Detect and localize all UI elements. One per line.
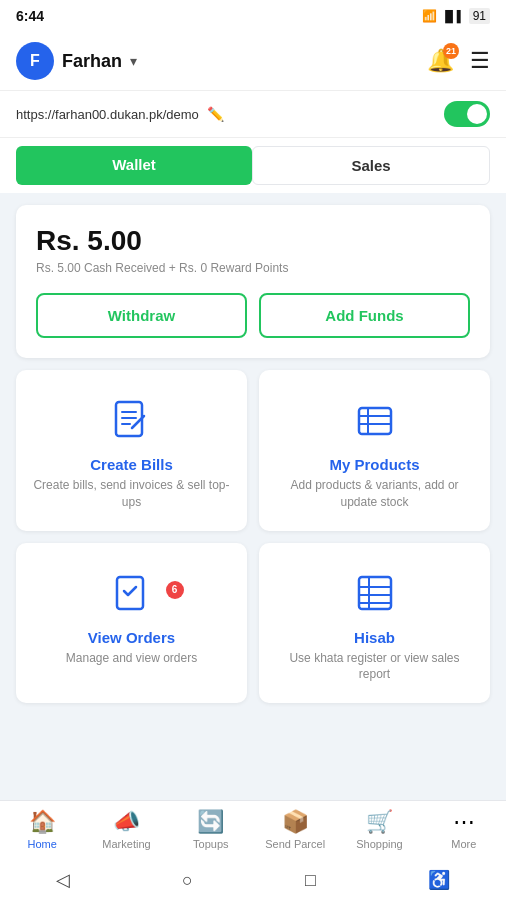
wallet-card: Rs. 5.00 Rs. 5.00 Cash Received + Rs. 0 … <box>16 205 490 358</box>
status-icons: 📶 ▐▌▌ 91 <box>422 8 490 24</box>
url-toggle[interactable] <box>444 101 490 127</box>
my-products-title: My Products <box>329 456 419 473</box>
bottom-nav: 🏠 Home 📣 Marketing 🔄 Topups 📦 Send Parce… <box>0 800 506 860</box>
bell-wrapper[interactable]: 🔔 21 <box>427 48 454 74</box>
nav-item-topups[interactable]: 🔄 Topups <box>181 809 241 850</box>
nav-item-home[interactable]: 🏠 Home <box>12 809 72 850</box>
status-bar: 6:44 📶 ▐▌▌ 91 <box>0 0 506 32</box>
status-time: 6:44 <box>16 8 44 24</box>
svg-rect-4 <box>359 408 391 434</box>
my-products-desc: Add products & variants, add or update s… <box>275 477 474 511</box>
more-icon: ⋯ <box>453 809 475 835</box>
tabs-container: Wallet Sales <box>0 138 506 193</box>
nav-label-shopping: Shopping <box>356 838 403 850</box>
view-orders-desc: Manage and view orders <box>66 650 197 667</box>
nav-item-marketing[interactable]: 📣 Marketing <box>96 809 156 850</box>
recent-button[interactable]: □ <box>305 870 316 891</box>
grid-item-view-orders[interactable]: 6 View Orders Manage and view orders <box>16 543 247 704</box>
chevron-down-icon[interactable]: ▾ <box>130 53 137 69</box>
add-funds-button[interactable]: Add Funds <box>259 293 470 338</box>
svg-rect-9 <box>359 577 391 609</box>
wallet-sub: Rs. 5.00 Cash Received + Rs. 0 Reward Po… <box>36 261 470 275</box>
home-icon: 🏠 <box>29 809 56 835</box>
grid-item-hisab[interactable]: Hisab Use khata register or view sales r… <box>259 543 490 704</box>
url-left: https://farhan00.dukan.pk/demo ✏️ <box>16 106 224 122</box>
create-bills-title: Create Bills <box>90 456 173 473</box>
nav-item-more[interactable]: ⋯ More <box>434 809 494 850</box>
nav-label-send-parcel: Send Parcel <box>265 838 325 850</box>
hisab-title: Hisab <box>354 629 395 646</box>
topups-icon: 🔄 <box>197 809 224 835</box>
accessibility-button[interactable]: ♿ <box>428 869 450 891</box>
notification-badge: 21 <box>443 43 459 59</box>
header-right: 🔔 21 ☰ <box>427 48 490 74</box>
hisab-icon <box>349 567 401 619</box>
url-bar: https://farhan00.dukan.pk/demo ✏️ <box>0 91 506 138</box>
nav-label-more: More <box>451 838 476 850</box>
grid-item-create-bills[interactable]: Create Bills Create bills, send invoices… <box>16 370 247 531</box>
header-left: F Farhan ▾ <box>16 42 137 80</box>
nav-label-home: Home <box>27 838 56 850</box>
tab-wallet[interactable]: Wallet <box>16 146 252 185</box>
battery-icon: 91 <box>469 8 490 24</box>
create-bills-icon <box>106 394 158 446</box>
user-name: Farhan <box>62 51 122 72</box>
url-text: https://farhan00.dukan.pk/demo <box>16 107 199 122</box>
create-bills-desc: Create bills, send invoices & sell top-u… <box>32 477 231 511</box>
avatar: F <box>16 42 54 80</box>
header: F Farhan ▾ 🔔 21 ☰ <box>0 32 506 91</box>
features-grid: Create Bills Create bills, send invoices… <box>16 370 490 703</box>
tab-sales[interactable]: Sales <box>252 146 490 185</box>
menu-icon[interactable]: ☰ <box>470 48 490 74</box>
nav-item-shopping[interactable]: 🛒 Shopping <box>349 809 409 850</box>
edit-icon[interactable]: ✏️ <box>207 106 224 122</box>
shopping-icon: 🛒 <box>366 809 393 835</box>
signal-icon-1: ▐▌▌ <box>441 10 464 22</box>
nav-label-topups: Topups <box>193 838 228 850</box>
my-products-icon <box>349 394 401 446</box>
withdraw-button[interactable]: Withdraw <box>36 293 247 338</box>
nav-label-marketing: Marketing <box>102 838 150 850</box>
hisab-desc: Use khata register or view sales report <box>275 650 474 684</box>
nav-item-send-parcel[interactable]: 📦 Send Parcel <box>265 809 325 850</box>
orders-badge: 6 <box>166 581 184 599</box>
wallet-amount: Rs. 5.00 <box>36 225 470 257</box>
system-bar: ◁ ○ □ ♿ <box>0 860 506 900</box>
grid-item-my-products[interactable]: My Products Add products & variants, add… <box>259 370 490 531</box>
home-button[interactable]: ○ <box>182 870 193 891</box>
send-parcel-icon: 📦 <box>282 809 309 835</box>
wifi-icon: 📶 <box>422 9 437 23</box>
marketing-icon: 📣 <box>113 809 140 835</box>
back-button[interactable]: ◁ <box>56 869 70 891</box>
view-orders-title: View Orders <box>88 629 175 646</box>
view-orders-icon: 6 <box>106 567 158 619</box>
wallet-buttons: Withdraw Add Funds <box>36 293 470 338</box>
